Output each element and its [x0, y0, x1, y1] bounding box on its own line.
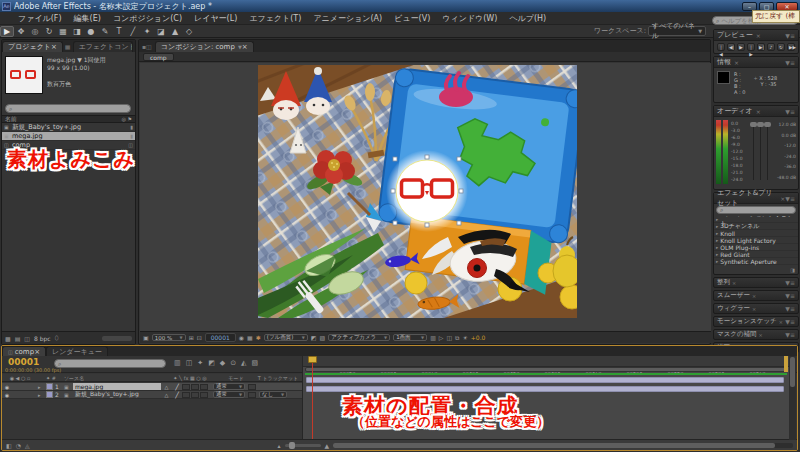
tool-icon-11[interactable]: ◪	[154, 27, 168, 36]
panel-menu-icon[interactable]: ▼≡	[785, 59, 795, 66]
resolution-dropdown[interactable]: (フル画質)▼	[264, 334, 308, 341]
camera-dropdown[interactable]: アクティブカメラ▼	[328, 334, 390, 341]
exposure-icon[interactable]: ☀	[462, 334, 467, 341]
menu-item-7[interactable]: ウィンドウ(W)	[436, 13, 503, 24]
timeline-zoom-slider[interactable]	[285, 444, 321, 447]
fast-preview-icon[interactable]: ▷	[439, 334, 444, 341]
effects-category-6[interactable]: ▸Synthetic Aperture	[714, 258, 798, 265]
panel-menu-icon[interactable]: ▼≡	[785, 331, 795, 338]
tool-icon-4[interactable]: ▦	[56, 27, 70, 36]
comp-subtab[interactable]: comp	[143, 53, 174, 61]
close-icon[interactable]: ×	[732, 280, 736, 286]
twirl-icon[interactable]: ▸	[38, 392, 46, 398]
frame-blend-icon[interactable]: ◩	[208, 359, 215, 367]
timeline-search-input[interactable]	[63, 360, 162, 368]
menu-item-4[interactable]: エフェクト(T)	[243, 13, 307, 24]
collapsed-panel-3[interactable]: モーションスケッチ×▼≡	[713, 316, 799, 327]
selected-layer-mega[interactable]	[386, 150, 468, 232]
roi-icon[interactable]: ◩	[311, 334, 317, 341]
collapsed-panel-2[interactable]: ウィグラー×▼≡	[713, 303, 799, 314]
shy-icon[interactable]: ✦	[197, 359, 203, 367]
cti-grabber[interactable]	[308, 356, 317, 363]
frame-blend-toggle-icon[interactable]: ◧	[6, 442, 12, 449]
close-icon[interactable]: ×	[759, 332, 763, 338]
transport-button-2[interactable]: ▶	[737, 43, 745, 51]
graph-editor-icon[interactable]: ▧	[251, 359, 258, 367]
new-folder-icon[interactable]: ▤	[15, 335, 21, 342]
zoom-out-mountain-icon[interactable]: ▴	[278, 442, 281, 449]
audio-panel-title[interactable]: オーディオ	[717, 106, 753, 116]
transparency-grid-icon[interactable]: ▨	[319, 334, 325, 341]
close-icon[interactable]: ×	[242, 43, 248, 51]
effects-panel-title[interactable]: エフェクト&プリセット	[717, 188, 777, 208]
close-icon[interactable]: ×	[779, 319, 783, 325]
switch-cell[interactable]	[200, 384, 208, 390]
transport-button-5[interactable]: ♪	[767, 43, 775, 51]
panel-menu-icon[interactable]: ▼≡	[785, 32, 795, 39]
close-icon[interactable]: ×	[752, 293, 756, 299]
best-quality-icon[interactable]: ╱	[172, 391, 182, 398]
tool-icon-9[interactable]: ╱	[126, 27, 140, 36]
timeline-search[interactable]: ⌕	[54, 359, 166, 368]
workspace-dropdown[interactable]: すべてのパネル▼	[648, 26, 706, 36]
menu-item-1[interactable]: 編集(E)	[68, 13, 107, 24]
menu-item-0[interactable]: ファイル(F)	[12, 13, 68, 24]
switch-cell[interactable]	[182, 384, 190, 390]
menu-item-6[interactable]: ビュー(V)	[388, 13, 436, 24]
flowchart-icon[interactable]: ⧉	[455, 334, 459, 342]
snapshot-icon[interactable]: ◉	[239, 334, 244, 341]
switch-cell[interactable]	[248, 384, 256, 390]
preview-panel-title[interactable]: プレビュー	[717, 30, 753, 40]
effects-footer-icon[interactable]: ◨	[790, 267, 795, 273]
mask-visibility-icon[interactable]: ⊡	[197, 334, 202, 341]
trkmat-dropdown[interactable]: なし▼	[259, 391, 287, 398]
channels-icon[interactable]: ✱	[256, 334, 261, 341]
layer-name[interactable]: 新規_Baby's_toy+.jpg	[73, 390, 161, 399]
timeline-v-scrollbar[interactable]	[789, 356, 796, 440]
timeline-jump-icon[interactable]: ◫	[446, 334, 452, 341]
panel-menu-icon[interactable]: ▼≡	[785, 279, 795, 286]
tool-icon-2[interactable]: ◎	[28, 27, 42, 36]
project-item-1[interactable]: ▣mega.jpg▮	[2, 132, 135, 141]
tool-icon-1[interactable]: ✥	[14, 27, 28, 36]
pixel-aspect-icon[interactable]: ▥	[430, 334, 436, 341]
tab-composition[interactable]: コンポジション: comp▼×	[155, 41, 254, 52]
project-item-0[interactable]: ▣新規_Baby's_toy+.jpg▮	[2, 123, 135, 132]
switch-cell[interactable]	[191, 384, 199, 390]
chevron-right-icon[interactable]: ▸	[716, 252, 718, 257]
eye-icon[interactable]: ◉	[2, 392, 12, 398]
safe-zones-icon[interactable]: ⊞	[189, 334, 194, 341]
tab-render-queue[interactable]: レンダーキュー	[46, 346, 108, 356]
panel-menu-icon[interactable]: ▼≡	[785, 318, 795, 325]
exposure-value[interactable]: +0.0	[471, 334, 486, 341]
tool-icon-8[interactable]: T	[112, 27, 126, 36]
tool-icon-7[interactable]: ✎	[98, 27, 112, 36]
work-area-end-marker[interactable]	[784, 356, 788, 372]
layer-row-2[interactable]: ◉▸2▣新規_Baby's_toy+.jpg△╱通常▼なし▼	[2, 391, 302, 399]
panel-menu-icon[interactable]: ▼≡	[785, 195, 795, 202]
new-comp-icon[interactable]: ◫	[24, 335, 30, 342]
show-snapshot-icon[interactable]: ▦	[247, 334, 253, 341]
project-search-input[interactable]	[14, 105, 127, 113]
quality-icon[interactable]: △	[161, 384, 172, 390]
zoom-in-mountain-icon[interactable]: ▲	[325, 442, 330, 449]
project-scrollbar[interactable]	[102, 336, 132, 341]
timeline-h-scrollbar[interactable]	[333, 443, 793, 448]
mode-dropdown[interactable]: 通常▼	[213, 383, 245, 390]
auto-keyframe-icon[interactable]: ◭	[241, 359, 246, 367]
close-icon[interactable]: ×	[34, 348, 40, 356]
motion-blur-icon[interactable]: ◆	[220, 359, 225, 367]
tool-icon-3[interactable]: ↻	[42, 27, 56, 36]
motion-blur-toggle-icon[interactable]: ◔	[16, 442, 21, 449]
zoom-dropdown[interactable]: 100 %▼	[152, 334, 186, 341]
chevron-right-icon[interactable]: ▸	[716, 217, 718, 222]
close-icon[interactable]: ×	[51, 43, 57, 51]
label-swatch[interactable]	[46, 391, 53, 398]
panel-menu-icon[interactable]: ▼≡	[785, 305, 795, 312]
work-area-bar[interactable]	[305, 367, 787, 372]
cti-line[interactable]	[312, 356, 313, 441]
menu-item-3[interactable]: レイヤー(L)	[188, 13, 243, 24]
transport-button-0[interactable]: |◀	[717, 43, 725, 51]
composition-canvas[interactable]	[258, 65, 577, 318]
info-panel-title[interactable]: 情報	[717, 57, 731, 67]
